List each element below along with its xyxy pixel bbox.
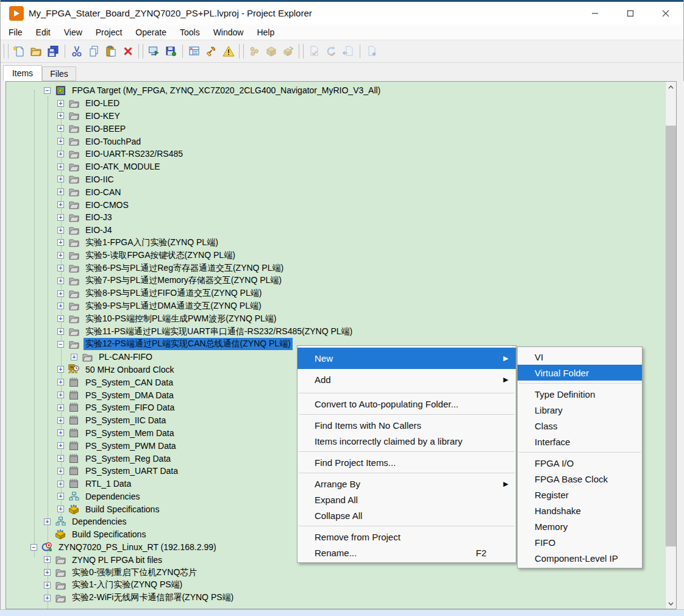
expand-plus-icon[interactable]: +	[57, 315, 64, 322]
scroll-thumb[interactable]	[666, 126, 676, 546]
expand-plus-icon[interactable]: +	[57, 214, 64, 221]
tree-item-eio-j4[interactable]: +EIO-J4	[6, 224, 664, 237]
menu-item-edit[interactable]: Edit	[29, 26, 57, 39]
expand-plus-icon[interactable]: +	[57, 303, 64, 309]
tree-item-eio-led[interactable]: +EIO-LED	[6, 97, 664, 110]
menu-item-collapse-all[interactable]: Collapse All	[297, 507, 516, 523]
open-project-icon[interactable]	[28, 43, 44, 59]
expand-plus-icon[interactable]: +	[57, 379, 64, 385]
tree-item-eio-j3[interactable]: +EIO-J3	[6, 211, 664, 224]
expand-plus-icon[interactable]: +	[57, 163, 64, 170]
tree-item-1-fpga-zynq-pl[interactable]: +实验1-FPGA入门实验(ZYNQ PL端)	[6, 237, 664, 249]
menu-item-type-definition[interactable]: Type Definition	[518, 386, 642, 402]
build-icon[interactable]	[246, 43, 262, 59]
sc-checkin-icon[interactable]	[306, 43, 322, 59]
collapse-minus-icon[interactable]: −	[30, 544, 37, 551]
expand-plus-icon[interactable]: +	[57, 429, 64, 436]
menu-item-remove-from-project[interactable]: Remove from Project	[297, 529, 516, 545]
expand-plus-icon[interactable]: +	[57, 176, 64, 182]
sc-add-icon[interactable]	[364, 43, 380, 59]
menu-item-file[interactable]: File	[2, 26, 29, 39]
tree-item-eio-iic[interactable]: +EIO-IIC	[6, 173, 664, 186]
tree-item-10-ps-pl-pwm-zynq-pl[interactable]: +实验10-PS端控制PL端生成PWM波形(ZYNQ PL端)	[6, 312, 664, 325]
menu-item-find-items-with-no-callers[interactable]: Find Items with No Callers	[297, 417, 516, 433]
tree-item-eio-uart-rs232-rs485[interactable]: +EIO-UART-RS232/RS485	[6, 148, 664, 160]
expand-plus-icon[interactable]: +	[71, 354, 77, 360]
copy-icon[interactable]	[86, 43, 102, 59]
expand-plus-icon[interactable]: +	[57, 442, 64, 449]
menu-item-operate[interactable]: Operate	[129, 26, 173, 39]
tree-item-8-ps-pl-fifo-zynq-pl[interactable]: +实验8-PS与PL通过FIFO通道交互(ZYNQ PL端)	[6, 287, 664, 300]
menu-item-class[interactable]: Class	[518, 418, 642, 434]
minimize-button[interactable]	[577, 2, 613, 24]
expand-plus-icon[interactable]: +	[57, 455, 64, 462]
menu-item-handshake[interactable]: Handshake	[518, 503, 642, 518]
tree-item-2-wifi-zynq-ps[interactable]: +实验2-WiFi无线网卡通信部署(ZYNQ PS端)	[6, 592, 664, 604]
close-button[interactable]	[648, 2, 683, 24]
menu-item-register[interactable]: Register	[518, 487, 642, 503]
menu-item-find-project-items[interactable]: Find Project Items...	[297, 454, 516, 470]
menu-item-arrange-by[interactable]: Arrange By▶	[297, 476, 516, 492]
tab-items[interactable]: Items	[3, 65, 42, 81]
menu-item-add[interactable]: Add▶	[297, 369, 516, 390]
expand-plus-icon[interactable]: +	[57, 227, 64, 234]
tree-item-1-zynq-ps[interactable]: +实验1-入门实验(ZYNQ PS端)	[6, 579, 664, 592]
menu-item-fpga-i-o[interactable]: FPGA I/O	[518, 455, 642, 471]
expand-plus-icon[interactable]: +	[57, 481, 64, 487]
maximize-button[interactable]	[613, 2, 648, 24]
sc-undo-icon[interactable]	[323, 43, 339, 59]
expand-plus-icon[interactable]: +	[57, 201, 64, 208]
cut-icon[interactable]	[69, 43, 85, 59]
menu-item-project[interactable]: Project	[89, 26, 129, 39]
expand-plus-icon[interactable]: +	[57, 417, 64, 424]
menu-item-component-level-ip[interactable]: Component-Level IP	[518, 550, 642, 566]
tree-item-9-ps-pl-dma-zynq-pl[interactable]: +实验9-PS与PL通过DMA通道交互(ZYNQ PL端)	[6, 300, 664, 313]
expand-plus-icon[interactable]: +	[57, 278, 64, 284]
menu-item-memory[interactable]: Memory	[518, 518, 642, 534]
sc-get-icon[interactable]	[340, 43, 356, 59]
tree-item-7-ps-pl-memory-zynq-pl[interactable]: +实验7-PS与PL通过Memory存储器交互(ZYNQ PL端)	[6, 274, 664, 287]
paste-icon[interactable]	[103, 43, 119, 59]
menu-item-fpga-base-clock[interactable]: FPGA Base Clock	[518, 471, 642, 487]
target-settings-icon[interactable]	[146, 43, 162, 59]
menu-item-help[interactable]: Help	[250, 26, 281, 39]
tree-item-5-fpga-zynq-pl[interactable]: +实验5-读取FPGA按键状态(ZYNQ PL端)	[6, 249, 664, 262]
expand-plus-icon[interactable]: +	[57, 239, 64, 246]
expand-plus-icon[interactable]: +	[44, 582, 51, 589]
expand-plus-icon[interactable]: +	[44, 595, 51, 601]
menu-item-virtual-folder[interactable]: Virtual Folder	[518, 365, 642, 381]
expand-plus-icon[interactable]: +	[57, 328, 64, 335]
tree-item-eio-can[interactable]: +EIO-CAN	[6, 185, 664, 198]
scroll-down-button[interactable]	[666, 598, 676, 609]
menu-item-expand-all[interactable]: Expand All	[297, 492, 516, 507]
tab-files[interactable]: Files	[42, 66, 76, 81]
menu-item-fifo[interactable]: FIFO	[518, 534, 642, 550]
expand-plus-icon[interactable]: +	[44, 518, 51, 525]
tools-icon[interactable]	[204, 43, 219, 59]
expand-plus-icon[interactable]: +	[44, 569, 51, 576]
expand-plus-icon[interactable]: +	[57, 506, 64, 512]
menu-item-interface[interactable]: Interface	[518, 434, 642, 449]
expand-plus-icon[interactable]: +	[57, 265, 64, 271]
expand-plus-icon[interactable]: +	[44, 556, 51, 563]
tree-item-eio-beep[interactable]: +EIO-BEEP	[6, 122, 664, 135]
menu-item-items-incorrectly-claimed-by-a-library[interactable]: Items incorrectly claimed by a library	[297, 433, 516, 449]
expand-plus-icon[interactable]: +	[57, 138, 64, 145]
warning-icon[interactable]	[221, 43, 237, 59]
collapse-minus-icon[interactable]: −	[44, 87, 51, 94]
tree-item-11-ps-pl-uart-rs232-rs485-zynq-pl[interactable]: +实验11-PS端通过PL端实现UART串口通信-RS232/RS485(ZYN…	[6, 325, 664, 338]
tree-item-eio-touchpad[interactable]: +EIO-TouchPad	[6, 135, 664, 148]
menu-item-library[interactable]: Library	[518, 402, 642, 418]
horizontal-scroll-strip[interactable]	[0, 609, 684, 616]
expand-plus-icon[interactable]: +	[57, 290, 64, 297]
expand-plus-icon[interactable]: +	[57, 125, 64, 132]
save-target-icon[interactable]	[163, 43, 179, 59]
expand-plus-icon[interactable]: +	[57, 252, 64, 259]
tree-item-6-ps-pl-reg-zynq-pl[interactable]: +实验6-PS与PL通过Reg寄存器通道交互(ZYNQ PL端)	[6, 262, 664, 274]
vertical-scrollbar[interactable]	[665, 82, 676, 609]
expand-plus-icon[interactable]: +	[57, 112, 64, 119]
view-grid-icon[interactable]	[187, 43, 202, 59]
menu-item-rename[interactable]: Rename...F2	[297, 545, 516, 560]
tree-item-fpga-target-my-fpga-zynq-xc7z020-2clg400-navigator-myrio-v3-all[interactable]: −FPGA Target (My_FPGA, ZYNQ_XC7Z020_2CLG…	[6, 84, 664, 97]
run-build-icon[interactable]	[280, 43, 296, 59]
